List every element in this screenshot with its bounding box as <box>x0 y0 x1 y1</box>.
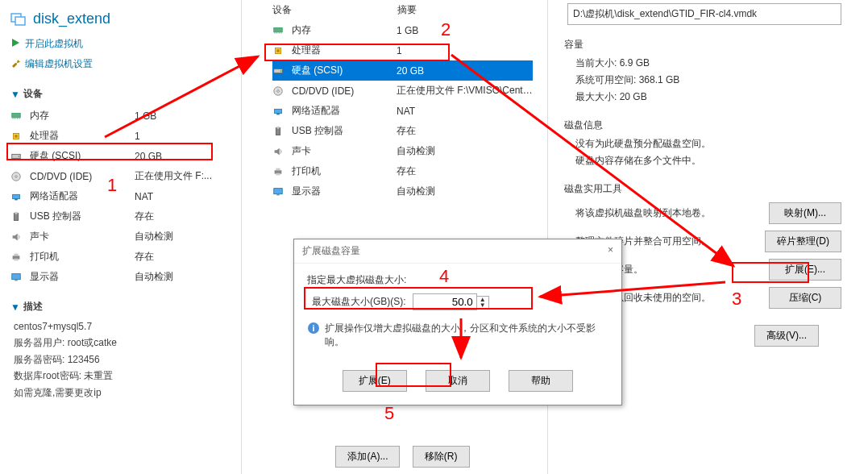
map-desc: 将该虚拟机磁盘映射到本地卷。 <box>564 206 764 220</box>
annotation-5: 5 <box>384 403 394 424</box>
desc-line: 数据库root密码: 未重置 <box>14 368 227 384</box>
expand-button[interactable]: 扩展(E)... <box>769 259 841 281</box>
size-label: 最大磁盘大小(GB)(S): <box>312 295 406 309</box>
start-vm-link[interactable]: 开启此虚拟机 <box>25 37 83 51</box>
advanced-button[interactable]: 高级(V)... <box>754 325 819 347</box>
table-row[interactable]: 显示器自动检测 <box>272 181 533 202</box>
edit-settings-link[interactable]: 编辑虚拟机设置 <box>25 57 93 71</box>
desc-line: centos7+mysql5.7 <box>14 318 227 335</box>
table-row[interactable]: CD/DVD (IDE)正在使用文件 F:\VMISO\CentO... <box>272 81 533 101</box>
list-item[interactable]: 打印机存在 <box>10 247 230 267</box>
disk-info-label: 磁盘信息 <box>564 115 846 135</box>
defrag-button[interactable]: 碎片整理(D) <box>765 231 841 252</box>
annotation-1: 1 <box>107 175 117 196</box>
disk-path-field[interactable]: D:\虚拟机\disk_extend\GTID_FIR-cl4.vmdk <box>567 3 841 25</box>
list-item[interactable]: CD/DVD (IDE)正在使用文件 F:... <box>10 166 230 186</box>
net-icon <box>272 106 287 117</box>
usb-icon <box>272 126 287 137</box>
device-table-header: 设备 摘要 <box>258 0 547 20</box>
sound-icon <box>272 146 287 157</box>
devices-header-label: 设备 <box>23 87 43 101</box>
sound-icon <box>10 231 25 243</box>
capacity-label: 容量 <box>564 35 846 55</box>
edit-settings-action[interactable]: 编辑虚拟机设置 <box>4 54 237 74</box>
list-item[interactable]: 网络适配器NAT <box>10 186 230 206</box>
net-icon <box>10 191 25 202</box>
cpu-icon <box>272 45 287 56</box>
table-row[interactable]: 处理器1 <box>272 40 533 60</box>
hdd-icon <box>272 65 287 77</box>
table-row[interactable]: 网络适配器NAT <box>272 101 533 121</box>
disk-info-2: 硬盘内容存储在多个文件中。 <box>564 152 846 169</box>
dialog-body: 指定最大虚拟磁盘大小: 最大磁盘大小(GB)(S): ▲▼ 扩展操作仅增大虚拟磁… <box>294 264 621 359</box>
disk-info-1: 没有为此硬盘预分配磁盘空间。 <box>564 135 846 152</box>
left-device-list: 内存1 GB 处理器1 硬盘 (SCSI)20 GB CD/DVD (IDE)正… <box>4 106 237 287</box>
collapse-arrow-icon: ▼ <box>10 301 20 313</box>
memory-icon <box>272 25 287 36</box>
add-button[interactable]: 添加(A)... <box>335 446 400 468</box>
dialog-help-button[interactable]: 帮助 <box>509 370 573 392</box>
desc-line: 如需克隆,需要更改ip <box>14 385 227 401</box>
extend-disk-dialog: 扩展磁盘容量 × 指定最大虚拟磁盘大小: 最大磁盘大小(GB)(S): ▲▼ 扩… <box>293 239 622 405</box>
dialog-expand-button[interactable]: 扩展(E) <box>343 370 407 392</box>
table-row-selected[interactable]: 硬盘 (SCSI)20 GB <box>272 60 533 81</box>
display-icon <box>10 272 25 283</box>
dialog-title: 扩展磁盘容量 <box>302 244 360 258</box>
annotation-3: 3 <box>732 289 741 310</box>
play-icon <box>10 38 20 50</box>
vm-name: disk_extend <box>33 10 110 27</box>
description-text: centos7+mysql5.7 服务器用户: root或catke 服务器密码… <box>4 318 237 401</box>
max-size-input[interactable] <box>413 293 477 310</box>
list-item[interactable]: 显示器自动检测 <box>10 267 230 287</box>
usb-icon <box>10 211 25 222</box>
table-row[interactable]: 声卡自动检测 <box>272 141 533 161</box>
printer-icon <box>272 166 287 177</box>
cpu-icon <box>10 131 25 142</box>
list-item[interactable]: 内存1 GB <box>10 106 230 126</box>
mid-device-list: 内存1 GB 处理器1 硬盘 (SCSI)20 GB CD/DVD (IDE)正… <box>258 20 547 202</box>
dialog-titlebar: 扩展磁盘容量 × <box>294 239 621 264</box>
description-section-header[interactable]: ▼ 描述 <box>4 295 237 318</box>
info-text: 扩展操作仅增大虚拟磁盘的大小，分区和文件系统的大小不受影响。 <box>325 322 608 349</box>
display-icon <box>272 186 287 198</box>
col-device: 设备 <box>272 3 397 17</box>
start-vm-action[interactable]: 开启此虚拟机 <box>4 34 237 54</box>
current-size: 当前大小: 6.9 GB <box>564 55 846 72</box>
devices-section-header[interactable]: ▼ 设备 <box>4 82 237 106</box>
table-row[interactable]: USB 控制器存在 <box>272 121 533 141</box>
memory-icon <box>10 110 25 122</box>
list-item[interactable]: 声卡自动检测 <box>10 227 230 247</box>
spinner-down[interactable]: ▼ <box>477 302 488 308</box>
free-space: 系统可用空间: 368.1 GB <box>564 72 846 89</box>
mid-buttons: 添加(A)... 移除(R) <box>258 446 547 468</box>
cd-icon <box>272 85 287 97</box>
vm-icon <box>10 11 27 27</box>
info-icon <box>307 322 320 337</box>
printer-icon <box>10 252 25 263</box>
vm-title-row: disk_extend <box>4 4 237 34</box>
left-panel: disk_extend 开启此虚拟机 编辑虚拟机设置 ▼ 设备 内存1 GB 处… <box>0 0 242 474</box>
map-button[interactable]: 映射(M)... <box>769 202 841 224</box>
table-row[interactable]: 打印机存在 <box>272 161 533 181</box>
desc-line: 服务器密码: 123456 <box>14 351 227 368</box>
list-item[interactable]: 硬盘 (SCSI)20 GB <box>10 146 230 166</box>
annotation-2: 2 <box>441 19 451 40</box>
description-header-label: 描述 <box>23 300 43 314</box>
specify-label: 指定最大虚拟磁盘大小: <box>307 273 608 287</box>
utilities-label: 磁盘实用工具 <box>564 179 846 199</box>
info-line: 扩展操作仅增大虚拟磁盘的大小，分区和文件系统的大小不受影响。 <box>307 322 608 349</box>
cd-icon <box>10 171 25 182</box>
list-item[interactable]: 处理器1 <box>10 126 230 146</box>
list-item[interactable]: USB 控制器存在 <box>10 206 230 227</box>
close-icon[interactable]: × <box>608 244 613 258</box>
remove-button[interactable]: 移除(R) <box>413 446 470 468</box>
annotation-4: 4 <box>439 266 449 287</box>
table-row[interactable]: 内存1 GB <box>272 20 533 40</box>
size-spinner: ▲▼ <box>413 293 489 310</box>
dialog-cancel-button[interactable]: 取消 <box>426 370 490 392</box>
dialog-buttons: 扩展(E) 取消 帮助 <box>294 359 621 405</box>
size-input-row: 最大磁盘大小(GB)(S): ▲▼ <box>307 293 608 310</box>
wrench-icon <box>10 58 20 70</box>
max-size: 最大大小: 20 GB <box>564 89 846 106</box>
compact-button[interactable]: 压缩(C) <box>769 287 841 309</box>
